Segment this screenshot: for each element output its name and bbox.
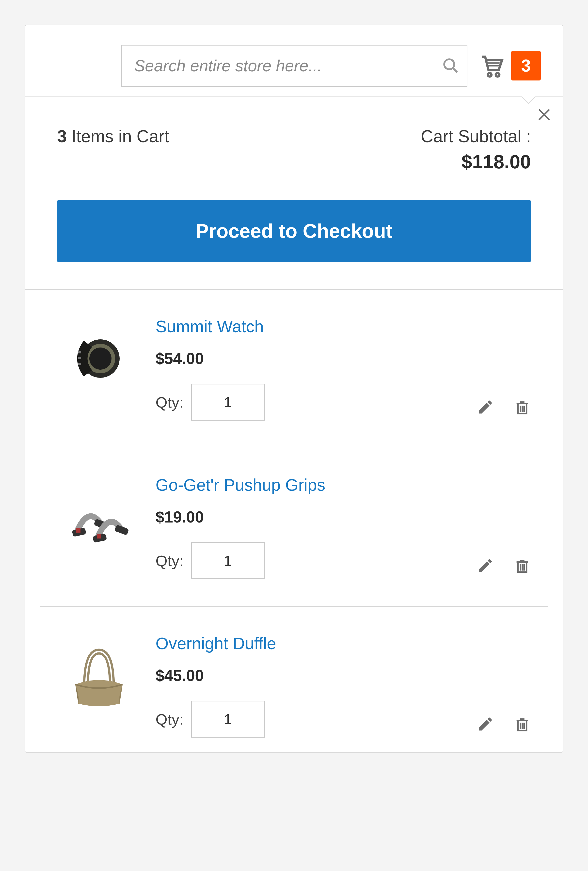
subtotal-label: Cart Subtotal : — [421, 127, 531, 146]
product-price: $54.00 — [156, 349, 531, 368]
product-price: $19.00 — [156, 508, 531, 526]
svg-rect-2 — [486, 60, 500, 61]
items-in-cart-label: 3 Items in Cart — [57, 127, 169, 146]
trash-icon[interactable] — [514, 398, 531, 416]
product-name-link[interactable]: Summit Watch — [156, 317, 531, 336]
items-suffix: Items in Cart — [67, 127, 169, 146]
product-thumbnail[interactable] — [57, 634, 141, 717]
subtotal-block: Cart Subtotal : $118.00 — [421, 127, 531, 173]
cart-items-list: Summit Watch $54.00 Qty: — [25, 290, 563, 752]
search-box[interactable] — [121, 45, 467, 87]
svg-point-0 — [444, 59, 454, 69]
product-name-link[interactable]: Overnight Duffle — [156, 634, 531, 653]
minicart-panel: 3 3 Items in Cart Cart Subtotal : $118.0… — [25, 25, 563, 753]
edit-icon[interactable] — [477, 715, 494, 733]
qty-label: Qty: — [156, 394, 184, 411]
qty-label: Qty: — [156, 552, 184, 570]
edit-icon[interactable] — [477, 557, 494, 574]
subtotal-amount: $118.00 — [421, 151, 531, 173]
svg-rect-4 — [488, 65, 499, 67]
svg-point-5 — [488, 73, 492, 76]
cart-toggle[interactable]: 3 — [477, 51, 541, 81]
proceed-to-checkout-button[interactable]: Proceed to Checkout — [57, 200, 531, 262]
cart-item: Overnight Duffle $45.00 Qty: — [40, 607, 548, 752]
svg-rect-14 — [78, 363, 81, 365]
trash-icon[interactable] — [514, 557, 531, 574]
qty-input[interactable] — [191, 701, 265, 738]
svg-rect-3 — [487, 62, 500, 64]
product-price: $45.00 — [156, 666, 531, 685]
search-input[interactable] — [122, 56, 435, 75]
cart-item: Go-Get'r Pushup Grips $19.00 Qty: — [40, 448, 548, 607]
svg-point-6 — [496, 73, 500, 76]
edit-icon[interactable] — [477, 398, 494, 416]
product-thumbnail[interactable] — [57, 317, 141, 400]
svg-point-11 — [89, 347, 112, 370]
qty-label: Qty: — [156, 711, 184, 728]
svg-rect-22 — [76, 528, 81, 533]
cart-count-badge: 3 — [511, 51, 541, 81]
product-thumbnail[interactable] — [57, 475, 141, 559]
svg-rect-12 — [78, 351, 81, 353]
header-bar: 3 — [25, 25, 563, 97]
svg-line-1 — [453, 68, 457, 72]
qty-input[interactable] — [191, 384, 265, 421]
trash-icon[interactable] — [514, 715, 531, 733]
items-count: 3 — [57, 127, 67, 146]
svg-rect-13 — [78, 357, 81, 359]
svg-rect-23 — [97, 534, 101, 539]
cart-item: Summit Watch $54.00 Qty: — [40, 290, 548, 448]
cart-summary: 3 Items in Cart Cart Subtotal : $118.00 … — [25, 97, 563, 290]
product-name-link[interactable]: Go-Get'r Pushup Grips — [156, 475, 531, 494]
search-icon[interactable] — [435, 57, 467, 74]
close-icon[interactable] — [535, 106, 553, 124]
qty-input[interactable] — [191, 542, 265, 579]
shopping-cart-icon — [477, 52, 504, 79]
